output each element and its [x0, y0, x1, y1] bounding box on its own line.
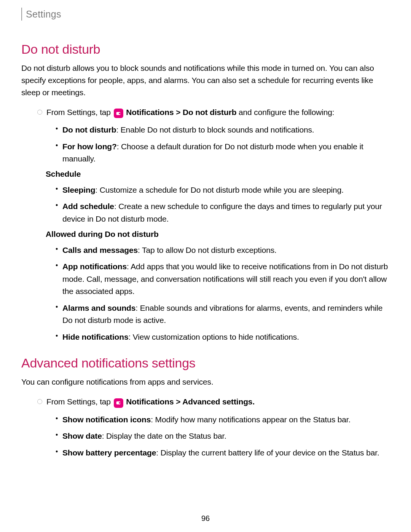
item-text: : Customize a schedule for Do not distur… — [95, 185, 344, 194]
item-label: Add schedule — [62, 202, 114, 211]
page-number: 96 — [0, 514, 411, 523]
list-item: Add schedule: Create a new schedule to c… — [54, 200, 390, 225]
step-block-dnd: From Settings, tap Notifications > Do no… — [38, 106, 390, 119]
step-suffix: . — [252, 397, 255, 406]
step-sep: > — [174, 108, 182, 117]
list-item: Show battery percentage: Display the cur… — [54, 447, 390, 459]
item-label: Hide notifications — [62, 332, 128, 341]
list-item: Do not disturb: Enable Do not disturb to… — [54, 124, 390, 136]
step-suffix: and configure the following: — [236, 108, 334, 117]
breadcrumb-bar: Settings — [21, 8, 390, 21]
item-text: : Display the current battery life of yo… — [156, 448, 379, 457]
item-label: For how long? — [62, 142, 117, 151]
list-item: Sleeping: Customize a schedule for Do no… — [54, 184, 390, 197]
step-prefix: From Settings, tap — [46, 108, 113, 117]
list-item: App notifications: Add apps that you wou… — [54, 260, 390, 298]
notifications-icon — [114, 398, 123, 408]
step-line-advanced: From Settings, tap Notifications > Advan… — [38, 396, 390, 408]
step-block-advanced: From Settings, tap Notifications > Advan… — [38, 396, 390, 408]
list-item: For how long?: Choose a default duration… — [54, 141, 390, 165]
section-title-advanced: Advanced notifications settings — [21, 356, 390, 371]
sub-heading-schedule: Schedule — [46, 169, 390, 179]
item-label: Show battery percentage — [62, 448, 156, 457]
item-label: App notifications — [62, 262, 127, 271]
section-intro-dnd: Do not disturb allows you to block sound… — [21, 62, 390, 99]
bullet-list-schedule: Sleeping: Customize a schedule for Do no… — [54, 184, 390, 225]
bullet-list-advanced: Show notification icons: Modify how many… — [54, 414, 390, 459]
step-line-dnd: From Settings, tap Notifications > Do no… — [38, 106, 390, 119]
item-label: Sleeping — [62, 185, 95, 194]
step-sep: > — [174, 397, 182, 406]
svg-point-1 — [119, 113, 120, 114]
item-text: : Modify how many notifications appear o… — [151, 415, 350, 424]
notifications-icon — [114, 109, 123, 118]
list-item: Show date: Display the date on the Statu… — [54, 430, 390, 443]
step-prefix: From Settings, tap — [46, 397, 113, 406]
list-item: Calls and messages: Tap to allow Do not … — [54, 244, 390, 257]
bullet-list-allowed: Calls and messages: Tap to allow Do not … — [54, 244, 390, 343]
svg-point-3 — [119, 402, 120, 404]
step-path-notifications: Notifications — [126, 397, 174, 406]
sub-heading-allowed: Allowed during Do not disturb — [46, 230, 390, 239]
breadcrumb: Settings — [26, 9, 61, 20]
step-path-dnd: Do not disturb — [183, 108, 236, 117]
item-text: : Enable Do not disturb to block sounds … — [116, 125, 314, 134]
section-title-dnd: Do not disturb — [21, 42, 390, 57]
item-label: Show notification icons — [62, 415, 151, 424]
list-item: Hide notifications: View customization o… — [54, 331, 390, 343]
item-label: Show date — [62, 431, 102, 440]
item-text: : Display the date on the Status bar. — [102, 431, 226, 440]
item-label: Alarms and sounds — [62, 304, 135, 312]
item-text: : Tap to allow Do not disturb exceptions… — [138, 246, 277, 254]
section-intro-advanced: You can configure notifications from app… — [21, 376, 390, 388]
list-item: Alarms and sounds: Enable sounds and vib… — [54, 302, 390, 327]
list-item: Show notification icons: Modify how many… — [54, 414, 390, 426]
step-path-notifications: Notifications — [126, 108, 174, 117]
bullet-list-dnd-main: Do not disturb: Enable Do not disturb to… — [54, 124, 390, 165]
item-text: : View customization options to hide not… — [128, 332, 299, 341]
item-label: Do not disturb — [62, 125, 116, 134]
item-label: Calls and messages — [62, 246, 138, 254]
step-path-advanced: Advanced settings — [182, 397, 252, 406]
